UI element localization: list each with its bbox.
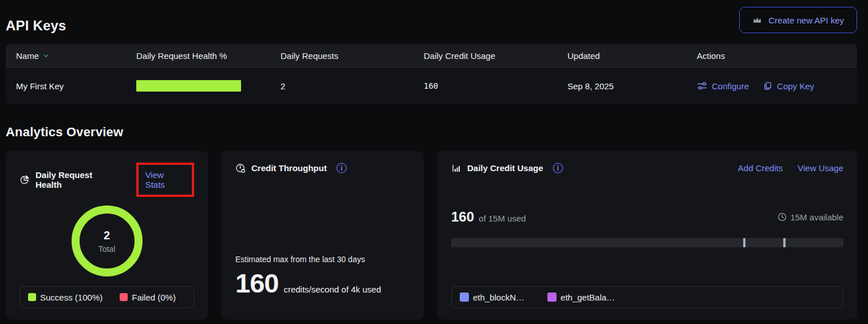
legend-item-success: Success (100%) bbox=[28, 293, 102, 302]
credit-throughput-card: Credit Throughput Estimated max from the… bbox=[222, 151, 424, 319]
copy-key-link[interactable]: Copy Key bbox=[763, 81, 814, 91]
failed-label: Failed (0%) bbox=[132, 293, 176, 302]
crown-icon bbox=[752, 16, 762, 24]
success-label: Success (100%) bbox=[40, 293, 102, 302]
donut-total-label: Total bbox=[98, 244, 116, 254]
health-bar bbox=[136, 80, 241, 92]
view-stats-link[interactable]: View Stats bbox=[145, 170, 165, 189]
clock-icon bbox=[778, 212, 787, 222]
column-header-requests: Daily Requests bbox=[270, 51, 413, 61]
sliders-icon bbox=[697, 81, 707, 91]
daily-credit-usage-title: Daily Credit Usage bbox=[467, 163, 543, 173]
info-icon[interactable] bbox=[553, 163, 563, 173]
throughput-subtitle: Estimated max from the last 30 days bbox=[235, 255, 410, 264]
daily-request-health-header: Daily Request Health View Stats bbox=[19, 163, 194, 197]
usage-legend: eth_blockN… eth_getBala… bbox=[451, 286, 843, 308]
info-icon[interactable] bbox=[336, 163, 347, 173]
column-header-credit-usage: Daily Credit Usage bbox=[413, 51, 557, 61]
credit-throughput-title: Credit Throughput bbox=[251, 163, 327, 173]
column-header-actions: Actions bbox=[686, 51, 857, 61]
column-header-name[interactable]: Name bbox=[6, 51, 126, 61]
dashboard-page: API Keys Create new API key Name Daily R… bbox=[0, 0, 868, 319]
legend-item-failed: Failed (0%) bbox=[120, 293, 176, 302]
throughput-value: 160 bbox=[235, 267, 278, 299]
table-header-row: Name Daily Request Health % Daily Reques… bbox=[6, 44, 857, 67]
sort-chevron-icon[interactable] bbox=[43, 53, 49, 59]
key-name-cell: My First Key bbox=[6, 81, 126, 91]
analytics-cards: Daily Request Health View Stats 2 Total … bbox=[6, 151, 857, 319]
health-bar-cell bbox=[126, 80, 270, 92]
daily-credit-usage-header: Daily Credit Usage Add Credits View Usag… bbox=[451, 163, 843, 173]
progress-marker bbox=[743, 238, 745, 247]
daily-request-health-card: Daily Request Health View Stats 2 Total … bbox=[6, 151, 208, 319]
gauge-icon bbox=[235, 163, 246, 173]
copy-key-label: Copy Key bbox=[777, 81, 814, 91]
configure-link[interactable]: Configure bbox=[697, 81, 749, 91]
page-title: API Keys bbox=[6, 0, 857, 34]
bar-chart-icon bbox=[451, 163, 461, 173]
health-bar-fill bbox=[136, 80, 241, 92]
health-legend: Success (100%) Failed (0%) bbox=[19, 286, 194, 308]
throughput-unit: credits/second of 4k used bbox=[283, 285, 381, 294]
daily-credit-usage-card: Daily Credit Usage Add Credits View Usag… bbox=[437, 151, 857, 319]
usage-header-links: Add Credits View Usage bbox=[738, 163, 843, 173]
pie-chart-icon bbox=[19, 175, 30, 185]
actions-cell: Configure Copy Key bbox=[686, 81, 857, 91]
configure-label: Configure bbox=[712, 81, 749, 91]
copy-icon bbox=[763, 81, 772, 91]
throughput-value-line: 160 credits/second of 4k used bbox=[235, 267, 410, 308]
api-keys-table: Name Daily Request Health % Daily Reques… bbox=[6, 44, 857, 104]
daily-credit-usage-cell: 160 bbox=[413, 81, 557, 90]
column-header-health: Daily Request Health % bbox=[126, 51, 270, 61]
legend-item-eth-getbalance: eth_getBala… bbox=[547, 293, 615, 302]
daily-request-health-title: Daily Request Health bbox=[35, 170, 120, 189]
usage-used-value: 160 bbox=[451, 209, 474, 225]
eth-getbalance-label: eth_getBala… bbox=[561, 293, 615, 302]
credit-throughput-header: Credit Throughput bbox=[235, 163, 410, 173]
usage-used-label: of 15M used bbox=[479, 214, 526, 223]
progress-marker bbox=[783, 238, 786, 247]
create-api-key-button[interactable]: Create new API key bbox=[739, 7, 857, 33]
eth-getbalance-swatch bbox=[547, 293, 557, 302]
table-row: My First Key 2 160 Sep 8, 2025 Conf bbox=[6, 67, 857, 104]
usage-summary-row: 160 of 15M used 15M available bbox=[451, 209, 843, 225]
donut-center: 2 Total bbox=[71, 205, 143, 277]
view-usage-link[interactable]: View Usage bbox=[798, 163, 843, 173]
column-header-updated: Updated bbox=[557, 51, 686, 61]
eth-blocknumber-swatch bbox=[460, 293, 469, 302]
section-title: Analytics Overview bbox=[6, 125, 857, 140]
eth-blocknumber-label: eth_blockN… bbox=[473, 293, 524, 302]
annotation-highlight-box: View Stats bbox=[136, 163, 194, 197]
page-header: API Keys Create new API key bbox=[6, 0, 857, 41]
credit-usage-progress-bar bbox=[451, 238, 843, 247]
success-swatch bbox=[28, 293, 36, 301]
donut-total-value: 2 bbox=[104, 229, 110, 242]
usage-available: 15M available bbox=[778, 212, 843, 222]
updated-cell: Sep 8, 2025 bbox=[557, 81, 686, 91]
add-credits-link[interactable]: Add Credits bbox=[738, 163, 783, 173]
daily-requests-cell: 2 bbox=[270, 81, 413, 91]
failed-swatch bbox=[120, 293, 128, 301]
request-health-donut-chart: 2 Total bbox=[71, 205, 143, 277]
usage-available-label: 15M available bbox=[790, 212, 843, 222]
legend-item-eth-blocknumber: eth_blockN… bbox=[460, 293, 524, 302]
create-api-key-label: Create new API key bbox=[768, 15, 844, 25]
